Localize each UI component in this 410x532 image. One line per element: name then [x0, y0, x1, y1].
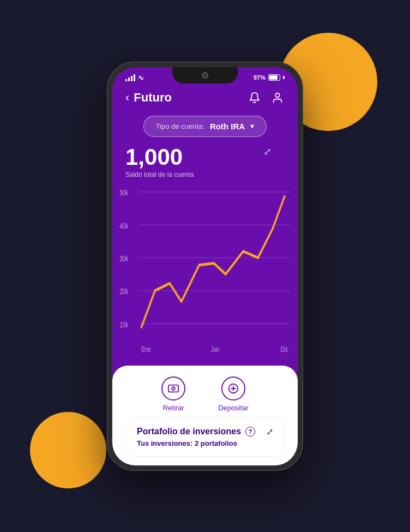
camera	[202, 72, 208, 79]
withdraw-icon	[161, 376, 185, 401]
svg-point-0	[275, 93, 279, 97]
account-type-label: Tipo de cuenta:	[156, 122, 204, 130]
signal-icon	[125, 74, 135, 81]
bottom-card: Retirar Depositar	[112, 366, 298, 465]
portfolio-title-row: Portafolio de inversiones ?	[137, 427, 255, 437]
header: ‹ Futuro	[112, 85, 298, 113]
chart-container: 50k 40k 30k 20k 10k Ene Jun Dic	[112, 183, 298, 366]
svg-rect-6	[168, 385, 178, 392]
bell-icon[interactable]	[248, 91, 262, 105]
phone-screen: ∿ 97% ‹ Futuro	[112, 67, 298, 465]
bg-circle-bottom-left	[30, 412, 106, 488]
header-left: ‹ Futuro	[125, 91, 172, 105]
help-icon[interactable]: ?	[245, 427, 255, 437]
expand-chart-icon[interactable]: ⤢	[263, 146, 272, 158]
portfolio-title: Portafolio de inversiones	[137, 427, 241, 437]
chevron-down-icon: ▾	[250, 122, 254, 130]
wifi-icon: ∿	[138, 74, 144, 82]
y-label-30k: 30k	[119, 254, 128, 263]
price-chart: 50k 40k 30k 20k 10k Ene Jun Dic	[117, 183, 293, 366]
balance-row: 1,000 Saldo total de la cuenta ⤢	[125, 146, 285, 178]
balance-section: 1,000 Saldo total de la cuenta ⤢	[112, 146, 298, 183]
account-selector[interactable]: Tipo de cuenta: Roth IRA ▾	[112, 116, 298, 137]
deposit-button[interactable]: Depositar	[218, 376, 249, 412]
x-label-jun: Jun	[211, 344, 220, 354]
action-buttons: Retirar Depositar	[125, 376, 285, 412]
deposit-label: Depositar	[218, 404, 249, 412]
battery-icon	[268, 74, 280, 81]
status-left: ∿	[125, 74, 144, 82]
portfolio-expand-icon[interactable]: ⤢	[266, 427, 273, 437]
y-label-20k: 20k	[119, 287, 128, 296]
deposit-icon	[221, 376, 245, 401]
y-label-10k: 10k	[119, 320, 128, 329]
chart-line	[141, 196, 284, 327]
y-label-50k: 50k	[119, 188, 128, 198]
withdraw-button[interactable]: Retirar	[161, 376, 185, 412]
page-title: Futuro	[134, 91, 172, 105]
withdraw-label: Retirar	[163, 404, 184, 412]
user-icon[interactable]	[270, 91, 285, 105]
svg-point-7	[172, 387, 175, 390]
phone-frame: ∿ 97% ‹ Futuro	[107, 62, 303, 471]
portfolio-section: Portafolio de inversiones ? ⤢ Tus invers…	[125, 417, 285, 457]
portfolio-sub: Tus inversiones: 2 portafolios	[137, 439, 273, 447]
account-type-value: Roth IRA	[210, 122, 245, 131]
account-pill[interactable]: Tipo de cuenta: Roth IRA ▾	[143, 116, 267, 137]
balance-label: Saldo total de la cuenta	[125, 171, 194, 178]
portfolio-sub-value: 2 portafolios	[195, 439, 237, 447]
balance-amount: 1,000	[125, 146, 194, 169]
portfolio-sub-label: Tus inversiones:	[137, 439, 192, 447]
x-label-dic: Dic	[281, 344, 288, 354]
battery-percent: 97%	[254, 74, 266, 81]
x-label-ene: Ene	[141, 344, 150, 354]
notch	[172, 67, 238, 83]
back-button[interactable]: ‹	[125, 91, 129, 105]
status-right: 97%	[254, 74, 285, 81]
header-icons	[248, 91, 285, 105]
y-label-40k: 40k	[119, 221, 128, 230]
phone-outer: ∿ 97% ‹ Futuro	[107, 62, 303, 471]
portfolio-header: Portafolio de inversiones ? ⤢	[137, 427, 273, 437]
